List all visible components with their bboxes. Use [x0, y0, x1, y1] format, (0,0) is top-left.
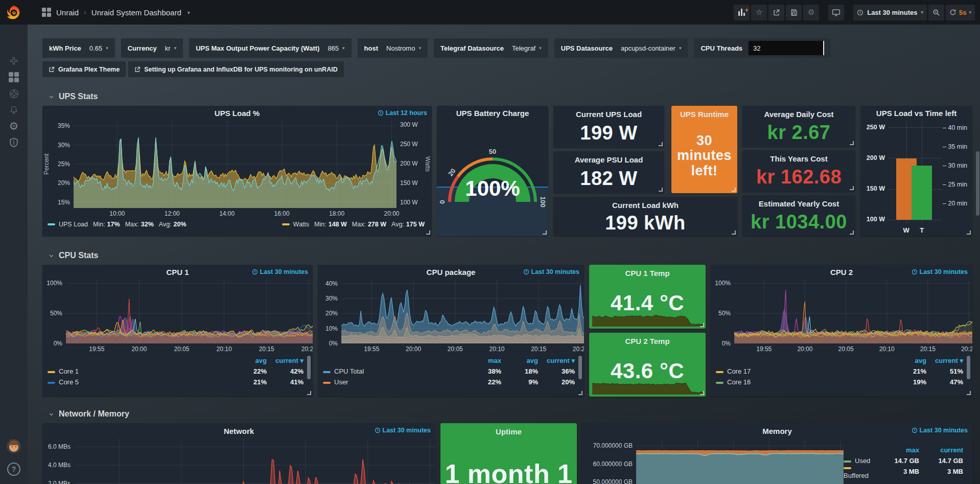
panel-title[interactable]: Current Load kWh [612, 201, 679, 210]
legend-scrollbar-thumb[interactable] [578, 356, 582, 379]
grafana-logo[interactable] [0, 5, 28, 20]
x-tick-label: 18:00 [329, 210, 344, 217]
time-range-link[interactable]: Last 30 minutes [912, 427, 968, 434]
panel-title[interactable]: CPU 2 Temp [625, 337, 669, 345]
legend-column-header[interactable]: current ▾ [926, 357, 963, 364]
panel-title[interactable]: Memory [762, 427, 792, 435]
cycle-view-mode-button[interactable] [828, 5, 844, 20]
sidebar-item-alerting[interactable] [4, 102, 24, 118]
sidebar-item-server-admin[interactable] [4, 135, 24, 150]
sidebar-item-dashboards[interactable] [4, 70, 24, 85]
panel-title[interactable]: Network [224, 427, 254, 435]
variable-value[interactable]: 865▾ [328, 44, 344, 52]
variable-telegraf-datasource[interactable]: Telegraf Datasource Telegraf▾ [434, 38, 548, 58]
time-range-link[interactable]: Last 30 minutes [912, 268, 968, 275]
time-range-picker[interactable]: Last 30 minutes ▾ [853, 5, 927, 20]
legend-row[interactable]: Core 122%42% [48, 366, 304, 377]
sidebar-item-create[interactable] [4, 53, 24, 68]
variable-ups-datasource[interactable]: UPS Datasource apcupsd-container▾ [554, 38, 688, 58]
chevron-down-icon[interactable]: ▾ [188, 10, 190, 15]
legend-row[interactable]: Core 1721%51% [716, 366, 963, 377]
link-grafana-plex-theme[interactable]: Grafana Plex Theme [42, 61, 126, 77]
legend-value: 18% [501, 367, 538, 375]
variable-value[interactable]: kr▾ [165, 44, 176, 52]
variable-kwh-price[interactable]: kWh Price 0.65▾ [42, 38, 115, 58]
user-avatar[interactable] [7, 439, 21, 453]
legend-column-header[interactable]: max [464, 357, 501, 364]
panel-title[interactable]: CPU package [427, 268, 476, 276]
legend-column-header[interactable]: max [875, 446, 919, 454]
apps-grid-icon[interactable] [42, 8, 51, 17]
legend-row[interactable]: Core 1619%47% [716, 377, 963, 387]
time-range-link[interactable]: Last 30 minutes [252, 268, 308, 275]
panel-title[interactable]: CPU 2 [830, 268, 853, 276]
panel-title[interactable]: Uptime [496, 427, 522, 436]
panel-title[interactable]: UPS Battery Charge [456, 109, 529, 118]
x-tick-label: 20:20 [961, 345, 972, 353]
row-header-ups-stats[interactable]: UPS Stats [49, 90, 972, 103]
sidebar-item-configuration[interactable]: ⚙ [4, 119, 24, 134]
chevron-down-icon [49, 411, 54, 417]
page-scrollbar-thumb[interactable] [976, 151, 979, 216]
legend-row[interactable]: User22%9%20% [323, 377, 575, 387]
dashboard-settings-button[interactable]: ⚙ [803, 5, 819, 20]
time-range-link[interactable]: Last 12 hours [378, 109, 427, 117]
variable-host[interactable]: host Nostromo▾ [358, 38, 428, 58]
variable-value[interactable]: apcupsd-container▾ [621, 44, 682, 52]
star-dashboard-button[interactable]: ☆ [751, 5, 767, 20]
cpu-threads-input[interactable]: 32 [749, 41, 824, 55]
legend-row[interactable]: Buffered3 MB3 MB [844, 466, 963, 477]
legend-column-header[interactable]: avg [230, 357, 267, 364]
legend-scrollbar-thumb[interactable] [307, 356, 311, 379]
breadcrumb-folder[interactable]: Unraid [56, 8, 79, 17]
legend-column-header[interactable]: avg [890, 357, 926, 364]
y-tick-label: 200 W [400, 160, 418, 167]
legend-value: 14.7 GB [919, 457, 963, 465]
help-button[interactable]: ? [7, 463, 20, 476]
variable-currency[interactable]: Currency kr▾ [121, 38, 183, 58]
legend-item[interactable]: UPS LoadMin:17%Max:32%Avg:20% [48, 221, 186, 228]
variable-cpu-threads[interactable]: CPU Threads 32 [694, 38, 831, 58]
variable-value[interactable]: Nostromo▾ [386, 44, 421, 52]
legend-column-header[interactable]: current ▾ [267, 357, 304, 364]
row-header-cpu-stats[interactable]: CPU Stats [49, 249, 972, 262]
refresh-picker[interactable]: 5s ▾ [946, 5, 975, 20]
plot-area [636, 439, 844, 484]
panel-title[interactable]: UPS Load % [215, 109, 260, 118]
panel-title[interactable]: UPS Runtime [680, 110, 729, 119]
variable-ups-max-output[interactable]: UPS Max Output Power Capacity (Watt) 865… [189, 38, 351, 58]
legend-column-header[interactable]: avg [501, 357, 538, 364]
sidebar-item-explore[interactable] [4, 86, 24, 101]
share-dashboard-button[interactable] [768, 5, 784, 20]
legend-column-header[interactable]: current [919, 446, 963, 454]
panel-title[interactable]: CPU 1 [166, 268, 189, 276]
legend-column-header[interactable]: current ▾ [538, 357, 575, 364]
time-range-link[interactable]: Last 30 minutes [523, 268, 579, 275]
panel-title[interactable]: UPS Load vs Time left [876, 109, 956, 118]
zoom-out-time-button[interactable] [928, 5, 944, 20]
panel-title[interactable]: Average Daily Cost [764, 110, 833, 119]
breadcrumb-dashboard-title[interactable]: Unraid System Dashboard [91, 8, 181, 17]
panel-ups-load-vs-time-left: UPS Load vs Time left 250 W200 W150 W100… [860, 106, 972, 236]
legend-row[interactable]: Core 521%41% [48, 377, 304, 387]
panel-title[interactable]: Current UPS Load [576, 110, 642, 119]
x-tick-label: 20:15 [531, 345, 546, 353]
row-header-network-memory[interactable]: Network / Memory [49, 408, 972, 420]
time-range-link[interactable]: Last 30 minutes [375, 427, 431, 434]
legend-row[interactable]: CPU Total38%18%36% [323, 366, 575, 377]
legend-item[interactable]: WattsMin:148 WMax:278 WAvg:175 W [282, 221, 425, 228]
panel-title[interactable]: Estimated Yearly Cost [759, 199, 839, 208]
add-panel-button[interactable]: + [734, 5, 750, 20]
variable-value[interactable]: 0.65▾ [89, 44, 108, 52]
legend-scrollbar-thumb[interactable] [967, 356, 970, 379]
gridline [888, 127, 942, 128]
variable-value[interactable]: Telegraf▾ [512, 44, 542, 52]
y-tick-label: – 30 min [943, 162, 967, 169]
panel-title[interactable]: Average PSU Load [575, 155, 643, 164]
panel-title[interactable]: This Years Cost [770, 154, 827, 163]
save-dashboard-button[interactable] [786, 5, 802, 20]
y-axis-left: 250 W200 W150 W100 W [862, 122, 888, 236]
link-ups-monitoring-guide[interactable]: Setting up Grafana and InfluxDB for UPS … [128, 61, 343, 77]
panel-title[interactable]: CPU 1 Temp [625, 269, 669, 278]
gridline [888, 220, 942, 220]
